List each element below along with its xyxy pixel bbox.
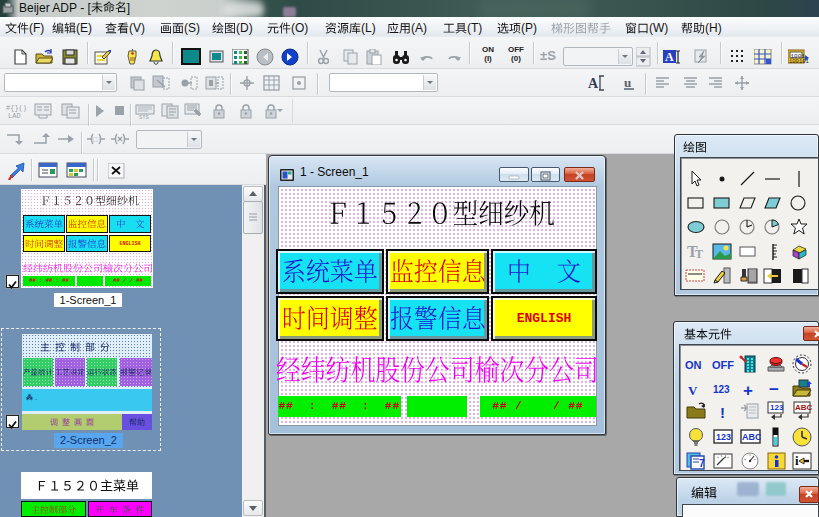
- svg-text:A: A: [665, 50, 674, 64]
- svg-text:#{}(): #{}(): [6, 104, 27, 112]
- svg-text:ABC: ABC: [742, 432, 761, 442]
- svg-text:□: □: [93, 136, 98, 143]
- svg-text:STS: STS: [139, 114, 150, 120]
- svg-text:A: A: [588, 76, 599, 91]
- svg-text:i: i: [795, 453, 799, 468]
- svg-text:−: −: [769, 380, 779, 399]
- svg-text:123: 123: [716, 432, 731, 442]
- svg-text:123: 123: [770, 403, 784, 412]
- svg-text:V: V: [688, 383, 698, 398]
- svg-text:!: !: [720, 404, 725, 421]
- svg-text:+: +: [743, 381, 753, 400]
- svg-text:LAD: LAD: [8, 112, 21, 119]
- svg-text:T: T: [695, 247, 703, 261]
- svg-text:7: 7: [699, 458, 705, 469]
- svg-text:u: u: [624, 75, 631, 90]
- svg-text:ABC: ABC: [795, 403, 813, 412]
- svg-text:123: 123: [713, 384, 730, 395]
- svg-text:OFF: OFF: [712, 359, 734, 371]
- svg-text:ON: ON: [685, 359, 702, 371]
